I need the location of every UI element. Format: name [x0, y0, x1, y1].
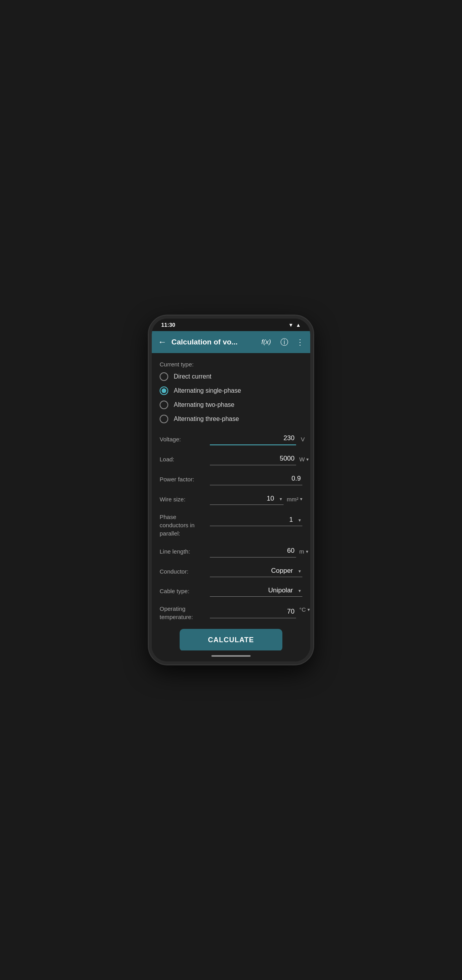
power-factor-row: Power factor: [160, 473, 302, 485]
home-indicator[interactable] [211, 655, 251, 657]
info-button[interactable]: ⓘ [280, 337, 288, 348]
radio-dc-circle[interactable] [160, 372, 168, 381]
phase-conductors-select[interactable]: 1 [210, 514, 302, 526]
radio-ac-single[interactable]: Alternating single-phase [160, 386, 302, 395]
load-row: Load: W ▾ [160, 453, 302, 465]
signal-icon: ▲ [296, 322, 301, 328]
radio-ac-two-label: Alternating two-phase [174, 401, 235, 408]
fx-button[interactable]: f(x) [261, 338, 271, 346]
wire-size-unit-chevron[interactable]: ▾ [300, 496, 302, 502]
line-length-label: Line length: [160, 548, 207, 555]
status-bar: 11:30 ▼ ▲ [152, 319, 310, 331]
voltage-row: Voltage: V [160, 433, 302, 445]
phase-conductors-dropdown-wrapper[interactable]: 1 ▾ [210, 514, 302, 526]
radio-ac-single-label: Alternating single-phase [174, 387, 241, 394]
radio-ac-single-circle[interactable] [160, 386, 168, 395]
cable-type-dropdown-wrapper[interactable]: Unipolar ▾ [210, 585, 302, 597]
cable-type-label: Cable type: [160, 588, 207, 594]
wifi-icon: ▼ [288, 322, 293, 328]
power-factor-input[interactable] [210, 473, 302, 485]
wire-size-row: Wire size: 10 ▾ mm² ▾ [160, 493, 302, 505]
voltage-input[interactable] [210, 433, 296, 445]
bottom-bar [152, 650, 310, 661]
cable-type-select[interactable]: Unipolar [210, 585, 302, 597]
line-length-unit-chevron[interactable]: ▾ [306, 549, 308, 554]
conductor-select[interactable]: Copper [210, 565, 302, 577]
radio-ac-two[interactable]: Alternating two-phase [160, 401, 302, 409]
current-type-label: Current type: [160, 361, 302, 368]
status-icons: ▼ ▲ [288, 322, 301, 328]
page-title: Calculation of vo... [171, 338, 256, 346]
calculate-button[interactable]: CALCULATE [180, 629, 282, 650]
conductor-row: Conductor: Copper ▾ [160, 565, 302, 577]
wire-size-unit-dropdown[interactable]: mm² ▾ [287, 496, 302, 503]
line-length-unit-label: m [299, 548, 304, 555]
wire-size-unit-label: mm² [287, 496, 298, 503]
current-type-radio-group: Direct current Alternating single-phase … [160, 372, 302, 423]
phase-conductors-label: Phase conductors in parallel: [160, 513, 207, 537]
radio-dc[interactable]: Direct current [160, 372, 302, 381]
operating-temp-unit-label: °C [299, 606, 306, 613]
radio-ac-three-circle[interactable] [160, 415, 168, 423]
radio-ac-three[interactable]: Alternating three-phase [160, 415, 302, 423]
operating-temp-label: Operating temperature: [160, 605, 207, 621]
operating-temp-unit-chevron[interactable]: ▾ [307, 607, 310, 612]
voltage-unit: V [301, 436, 310, 443]
load-unit-label: W [299, 456, 305, 463]
back-button[interactable]: ← [158, 337, 167, 347]
wire-size-dropdown-wrapper[interactable]: 10 ▾ [210, 493, 284, 505]
operating-temp-input[interactable] [210, 606, 296, 618]
cable-type-row: Cable type: Unipolar ▾ [160, 585, 302, 597]
line-length-unit-dropdown[interactable]: m ▾ [299, 548, 308, 555]
operating-temp-unit-dropdown[interactable]: °C ▾ [299, 606, 310, 613]
operating-temp-row: Operating temperature: °C ▾ [160, 605, 302, 621]
line-length-row: Line length: m ▾ [160, 545, 302, 557]
main-content: Current type: Direct current Alternating… [152, 353, 310, 650]
voltage-label: Voltage: [160, 436, 207, 443]
radio-dc-label: Direct current [174, 373, 211, 380]
wire-size-label: Wire size: [160, 496, 207, 503]
load-unit-dropdown[interactable]: W ▾ [299, 456, 309, 463]
conductor-dropdown-wrapper[interactable]: Copper ▾ [210, 565, 302, 577]
line-length-input[interactable] [210, 545, 296, 557]
app-header: ← Calculation of vo... f(x) ⓘ ⋮ [152, 331, 310, 353]
power-factor-label: Power factor: [160, 476, 207, 483]
load-unit-chevron[interactable]: ▾ [306, 457, 309, 462]
status-time: 11:30 [161, 322, 175, 328]
more-button[interactable]: ⋮ [296, 337, 304, 347]
phase-conductors-row: Phase conductors in parallel: 1 ▾ [160, 513, 302, 537]
side-button [312, 405, 313, 428]
current-type-section: Current type: Direct current Alternating… [160, 361, 302, 423]
radio-ac-three-label: Alternating three-phase [174, 415, 239, 423]
load-label: Load: [160, 456, 207, 463]
load-input[interactable] [210, 453, 296, 465]
radio-ac-two-circle[interactable] [160, 401, 168, 409]
wire-size-select[interactable]: 10 [210, 493, 284, 505]
conductor-label: Conductor: [160, 568, 207, 575]
